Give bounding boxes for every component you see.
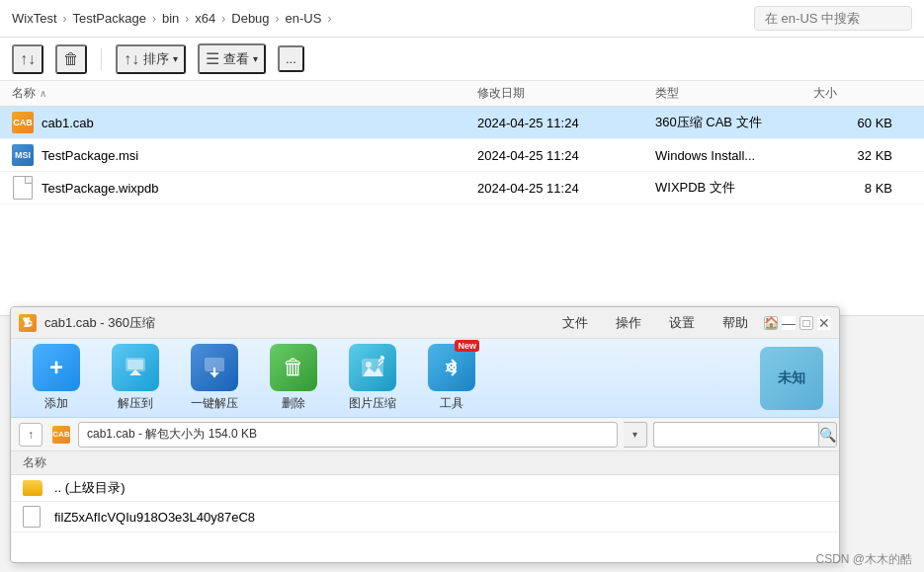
archive-col-header: 名称 <box>11 451 839 475</box>
extract-button[interactable]: 解压到 <box>106 344 165 412</box>
unknown-label: 未知 <box>778 369 805 387</box>
archive-col-name: 名称 <box>23 454 531 471</box>
svg-point-7 <box>366 362 372 368</box>
imgcompress-button[interactable]: 图片压缩 <box>343 344 402 412</box>
file-name: TestPackage.wixpdb <box>42 181 159 196</box>
search-icon: 🔍 <box>819 427 836 443</box>
sort-icon: ↑↓ <box>124 50 139 68</box>
trash-icon: 🗑 <box>63 50 79 68</box>
window-minimize-icon[interactable]: — <box>782 316 796 330</box>
file-list: CAB cab1.cab 2024-04-25 11:24 360压缩 CAB … <box>0 107 924 204</box>
share-button[interactable]: ↑↓ <box>12 44 43 74</box>
path-search-area: 🔍 <box>653 422 831 448</box>
col-type[interactable]: 类型 <box>655 85 813 102</box>
list-item[interactable]: filZ5xAfIcVQIu918O3e3L40y87eC8 <box>11 502 839 532</box>
breadcrumb-enus[interactable]: en-US <box>286 11 322 26</box>
archive-search-button[interactable]: 🔍 <box>818 422 837 448</box>
cab-file-icon: CAB <box>12 112 34 133</box>
titlebar-controls: 🏠 — □ ✕ <box>764 316 831 330</box>
breadcrumb-debug[interactable]: Debug <box>231 11 269 26</box>
file-size: 8 KB <box>813 181 912 196</box>
path-up-button[interactable]: ↑ <box>19 423 42 447</box>
svg-rect-1 <box>127 360 143 369</box>
window-save-icon[interactable]: 🏠 <box>764 316 778 330</box>
file-type: Windows Install... <box>655 148 813 163</box>
file-size: 60 KB <box>813 116 912 130</box>
more-button[interactable]: ... <box>278 45 304 72</box>
file-list-header: 名称 ∧ 修改日期 类型 大小 <box>0 81 924 107</box>
file-name: cab1.cab <box>42 116 94 130</box>
view-label: 查看 <box>223 50 249 68</box>
add-button[interactable]: + 添加 <box>27 344 86 412</box>
archive-filename: filZ5xAfIcVQIu918O3e3L40y87eC8 <box>54 510 255 525</box>
sort-button[interactable]: ↑↓ 排序 ▾ <box>116 44 186 74</box>
table-row[interactable]: TestPackage.wixpdb 2024-04-25 11:24 WIXP… <box>0 172 924 204</box>
file-name-cell: TestPackage.wixpdb <box>12 177 477 199</box>
explorer-window: WixTest › TestPackage › bin › x64 › Debu… <box>0 0 924 316</box>
view-icon: ☰ <box>206 49 219 68</box>
file-modified: 2024-04-25 11:24 <box>477 148 655 163</box>
tools-label: 工具 <box>440 395 463 412</box>
menu-settings[interactable]: 设置 <box>665 312 699 334</box>
file-modified: 2024-04-25 11:24 <box>477 116 655 130</box>
view-chevron-icon: ▾ <box>253 53 258 64</box>
sep-6: › <box>327 12 331 26</box>
archive-menu-bar: 文件 操作 设置 帮助 <box>558 312 752 334</box>
archive-app-icon: 🗜 <box>19 314 37 332</box>
watermark: CSDN @木木的酷 <box>815 551 912 568</box>
breadcrumb-wixtest[interactable]: WixTest <box>12 11 57 26</box>
path-input[interactable] <box>78 422 618 448</box>
file-modified: 2024-04-25 11:24 <box>477 181 655 196</box>
svg-marker-5 <box>210 372 219 377</box>
archive-delete-button[interactable]: 🗑 删除 <box>264 344 323 412</box>
tools-icon: New <box>428 344 475 391</box>
sep-1: › <box>63 12 67 26</box>
table-row[interactable]: MSI TestPackage.msi 2024-04-25 11:24 Win… <box>0 139 924 172</box>
menu-help[interactable]: 帮助 <box>718 312 752 334</box>
archive-file-list: .. (上级目录) filZ5xAfIcVQIu918O3e3L40y87eC8 <box>11 475 839 532</box>
sort-chevron-icon: ▾ <box>173 53 178 64</box>
sep-2: › <box>152 12 156 26</box>
col-name[interactable]: 名称 ∧ <box>12 85 477 102</box>
window-close-icon[interactable]: ✕ <box>817 316 831 330</box>
sort-label: 排序 <box>143 50 169 68</box>
imgcompress-icon <box>349 344 396 391</box>
delete-label: 删除 <box>282 395 305 412</box>
oneclick-button[interactable]: 一键解压 <box>185 344 244 412</box>
file-name-cell: CAB cab1.cab <box>12 112 477 133</box>
imgcompress-label: 图片压缩 <box>349 395 396 412</box>
file-name: TestPackage.msi <box>42 148 138 163</box>
view-button[interactable]: ☰ 查看 ▾ <box>198 43 266 74</box>
path-dropdown-button[interactable]: ▾ <box>624 422 647 448</box>
more-label: ... <box>286 51 296 66</box>
tools-button[interactable]: New 工具 <box>422 344 481 412</box>
breadcrumb-x64[interactable]: x64 <box>195 11 215 26</box>
archive-delete-icon: 🗑 <box>270 344 317 391</box>
menu-action[interactable]: 操作 <box>612 312 645 334</box>
oneclick-label: 一键解压 <box>191 395 238 412</box>
breadcrumb-bin[interactable]: bin <box>162 11 179 26</box>
list-item[interactable]: .. (上级目录) <box>11 475 839 502</box>
archive-toolbar: + 添加 解压到 一键解压 <box>11 339 839 418</box>
name-sort-icon: ∧ <box>40 88 46 99</box>
archive-search-input[interactable] <box>653 422 818 448</box>
doc-file-icon <box>23 506 41 528</box>
share-icon: ↑↓ <box>20 50 36 68</box>
col-size[interactable]: 大小 <box>813 85 912 102</box>
extract-label: 解压到 <box>118 395 153 412</box>
file-type: 360压缩 CAB 文件 <box>655 114 813 131</box>
archive-filename: .. (上级目录) <box>54 479 126 497</box>
sep-3: › <box>185 12 189 26</box>
col-modified[interactable]: 修改日期 <box>477 85 655 102</box>
archive-title: cab1.cab - 360压缩 <box>44 314 558 332</box>
path-file-icon: CAB <box>50 424 72 446</box>
menu-file[interactable]: 文件 <box>558 312 592 334</box>
search-input[interactable] <box>754 6 912 31</box>
oneclick-icon <box>191 344 238 391</box>
breadcrumb-testpackage[interactable]: TestPackage <box>73 11 146 26</box>
table-row[interactable]: CAB cab1.cab 2024-04-25 11:24 360压缩 CAB … <box>0 107 924 139</box>
toolbar-separator <box>101 48 102 70</box>
new-badge: New <box>455 340 479 352</box>
window-maximize-icon[interactable]: □ <box>799 316 813 330</box>
delete-button[interactable]: 🗑 <box>55 44 87 74</box>
